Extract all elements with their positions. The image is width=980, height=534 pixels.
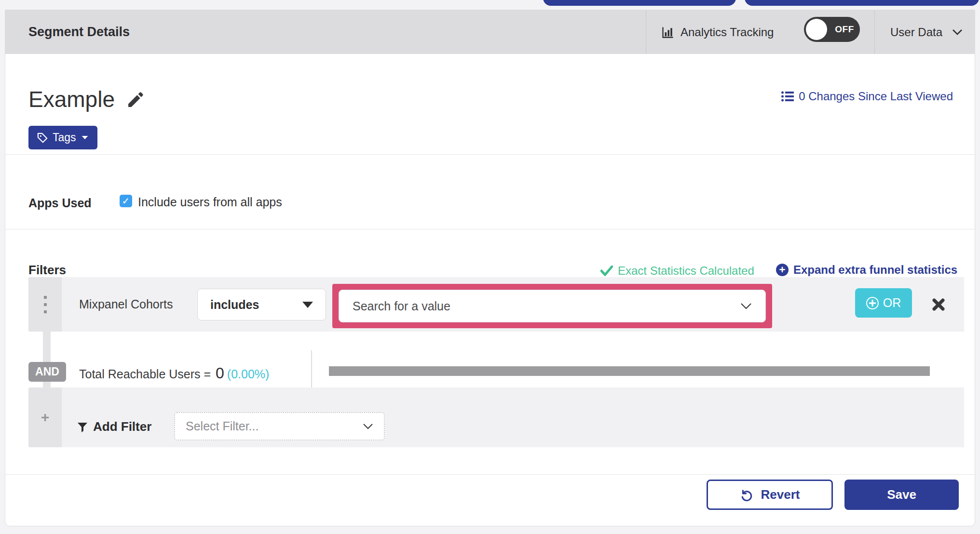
select-filter-dropdown[interactable]: Select Filter... [174, 412, 385, 441]
filter-row: Mixpanel Cohorts includes Search for a v… [28, 277, 964, 332]
highlight-outline: Search for a value [332, 284, 772, 328]
operator-dropdown[interactable]: includes [197, 289, 326, 320]
analytics-tracking-toggle[interactable]: OFF [804, 17, 860, 42]
toggle-state-label: OFF [833, 24, 856, 35]
add-or-condition-button[interactable]: OR [855, 288, 912, 318]
header-divider-1 [646, 10, 646, 54]
drag-dot-icon [44, 310, 47, 313]
caret-down-icon [82, 136, 88, 139]
funnel-filter-icon [77, 421, 88, 433]
card-header-bar: Segment Details Analytics Tracking OFF U… [5, 10, 975, 54]
plus-circle-icon: + [776, 264, 789, 276]
user-data-label: User Data [890, 26, 942, 39]
list-icon [781, 91, 794, 102]
header-divider-2 [874, 10, 875, 54]
page-title: Segment Details [28, 25, 130, 40]
save-button[interactable]: Save [844, 480, 959, 510]
analytics-tracking-label: Analytics Tracking [681, 26, 774, 39]
expand-funnel-statistics-label: Expand extra funnel statistics [793, 263, 957, 277]
tags-button[interactable]: Tags [28, 126, 97, 149]
add-filter-label-group: Add Filter [77, 419, 151, 434]
tag-icon [37, 133, 48, 143]
chevron-down-icon [363, 423, 373, 430]
filters-heading: Filters [28, 263, 66, 278]
expand-funnel-statistics-link[interactable]: + Expand extra funnel statistics [776, 263, 957, 277]
and-connector-badge: AND [28, 362, 66, 382]
value-search-placeholder: Search for a value [353, 299, 450, 313]
reachable-value: 0 [216, 364, 224, 382]
bar-chart-icon [661, 26, 675, 39]
reachable-percent: (0.00%) [227, 367, 270, 381]
reachable-label: Total Reachable Users = [79, 367, 211, 381]
value-search-dropdown[interactable]: Search for a value [339, 290, 766, 322]
drag-handle[interactable] [28, 277, 62, 332]
add-filter-label: Add Filter [93, 419, 151, 434]
edit-pencil-icon[interactable] [126, 90, 145, 109]
tags-button-label: Tags [53, 131, 76, 144]
check-icon [600, 266, 613, 276]
include-all-apps-label[interactable]: Include users from all apps [138, 195, 282, 209]
drag-dot-icon [44, 303, 47, 306]
section-divider-2 [5, 229, 975, 229]
select-filter-placeholder: Select Filter... [186, 419, 259, 433]
exact-statistics-status: Exact Statistics Calculated [600, 264, 754, 278]
exact-statistics-label: Exact Statistics Calculated [618, 264, 754, 278]
toggle-knob [806, 19, 827, 40]
remove-filter-button[interactable] [931, 297, 946, 312]
revert-undo-icon [740, 488, 753, 502]
total-reachable-users: Total Reachable Users = 0 (0.00%) [79, 364, 269, 382]
vertical-divider [311, 350, 312, 391]
revert-button[interactable]: Revert [707, 480, 833, 510]
filter-name-label: Mixpanel Cohorts [79, 297, 173, 311]
caret-down-icon [302, 302, 313, 308]
revert-button-label: Revert [761, 487, 800, 502]
segment-details-card: Segment Details Analytics Tracking OFF U… [5, 10, 975, 526]
analytics-tracking-label-group: Analytics Tracking [661, 26, 774, 39]
top-nav-button-partial-right[interactable] [745, 0, 979, 6]
operator-value: includes [210, 298, 259, 312]
user-data-dropdown[interactable]: User Data [890, 26, 963, 39]
or-button-label: OR [883, 296, 901, 310]
section-divider-1 [5, 154, 975, 155]
add-filter-row: + Add Filter Select Filter... [28, 387, 964, 447]
changes-link-label: 0 Changes Since Last Viewed [799, 90, 953, 103]
reachable-users-progress-bar [329, 366, 930, 376]
include-all-apps-checkbox[interactable]: ✓ [120, 195, 132, 207]
plus-circle-icon [866, 297, 879, 309]
drag-dot-icon [44, 296, 47, 299]
changes-since-last-viewed-link[interactable]: 0 Changes Since Last Viewed [781, 90, 953, 103]
top-nav-button-partial-left[interactable] [543, 0, 736, 6]
segment-name: Example [28, 86, 115, 112]
apps-used-label: Apps Used [28, 196, 92, 210]
add-filter-handle-column: + [28, 387, 62, 447]
close-x-icon [931, 297, 946, 312]
segment-details-page: Segment Details Analytics Tracking OFF U… [0, 0, 980, 534]
plus-icon: + [41, 409, 50, 426]
chevron-down-icon [952, 29, 963, 36]
chevron-down-icon [740, 303, 752, 310]
footer-divider [5, 474, 975, 475]
